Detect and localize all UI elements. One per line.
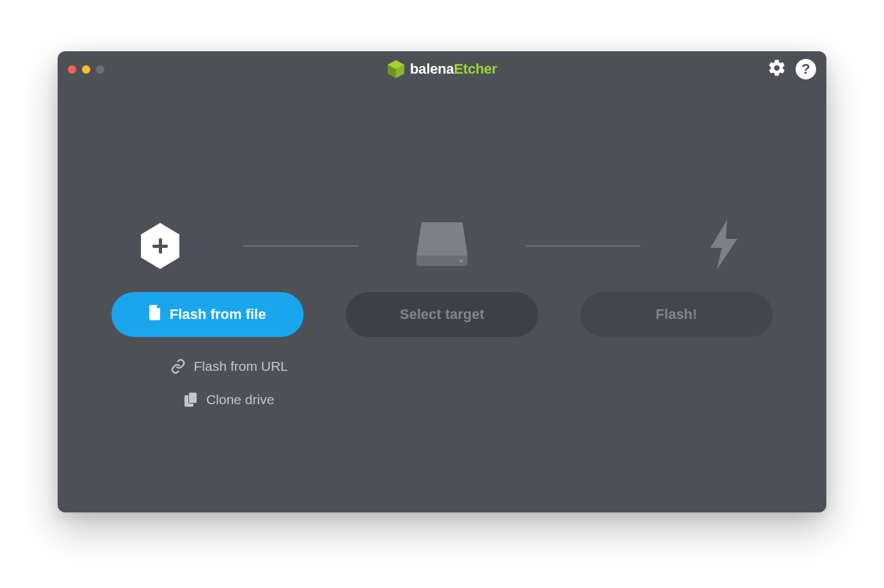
titlebar: balenaEtcher ? — [58, 51, 826, 87]
flash-from-file-label: Flash from file — [170, 306, 266, 323]
app-title: balenaEtcher — [410, 61, 497, 78]
step-connector — [525, 245, 641, 247]
titlebar-actions: ? — [767, 58, 816, 80]
gear-icon — [767, 58, 787, 80]
drive-icon — [415, 221, 469, 271]
balena-cube-icon — [387, 60, 405, 79]
flash-label: Flash! — [656, 306, 698, 323]
step-source-icon-slot — [64, 222, 256, 270]
step-flash-icon-slot — [628, 220, 820, 272]
flash-from-file-button[interactable]: Flash from file — [111, 292, 304, 337]
select-target-button[interactable]: Select target — [346, 292, 538, 337]
step-target-icon-slot — [346, 221, 538, 271]
select-target-label: Select target — [400, 306, 484, 323]
flash-from-url-label: Flash from URL — [193, 359, 288, 374]
main-content: Flash from file Select target Flash! Fla… — [58, 87, 826, 512]
app-window: balenaEtcher ? — [58, 51, 826, 512]
plus-icon — [151, 237, 169, 255]
clone-drive-button[interactable]: Clone drive — [172, 383, 287, 416]
svg-point-5 — [460, 259, 463, 263]
plus-hexagon-icon — [138, 222, 182, 270]
question-mark-icon: ? — [801, 61, 810, 78]
source-secondary-options: Flash from URL Clone drive — [101, 350, 357, 416]
app-brand: balenaEtcher — [387, 60, 497, 79]
lightning-icon — [708, 220, 740, 272]
file-icon — [149, 305, 162, 324]
app-title-suffix: Etcher — [454, 61, 497, 77]
link-icon — [170, 359, 186, 374]
app-title-prefix: balena — [410, 61, 454, 77]
steps-row — [58, 215, 826, 277]
maximize-window-button[interactable] — [96, 65, 104, 74]
svg-rect-9 — [189, 393, 197, 403]
window-controls — [68, 65, 104, 74]
step-connector — [243, 245, 359, 247]
flash-from-url-button[interactable]: Flash from URL — [158, 350, 300, 383]
settings-button[interactable] — [767, 58, 787, 80]
flash-button[interactable]: Flash! — [580, 292, 773, 337]
close-window-button[interactable] — [68, 65, 76, 74]
svg-marker-6 — [710, 220, 737, 270]
clone-drive-label: Clone drive — [206, 392, 274, 407]
step-buttons-row: Flash from file Select target Flash! — [58, 292, 826, 337]
help-button[interactable]: ? — [796, 59, 816, 79]
minimize-window-button[interactable] — [82, 65, 90, 74]
clone-icon — [184, 392, 199, 407]
